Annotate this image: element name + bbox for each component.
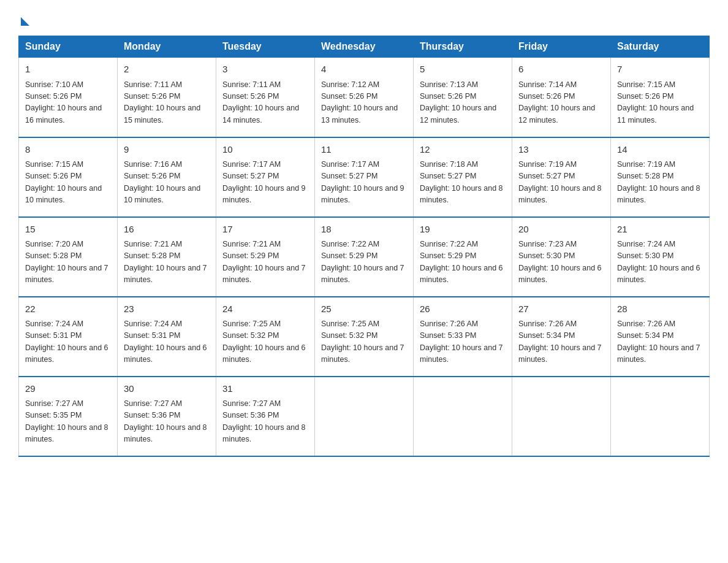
calendar-cell: 20 Sunrise: 7:23 AMSunset: 5:30 PMDaylig… [512,217,611,297]
calendar-cell [512,377,611,456]
week-row-1: 1 Sunrise: 7:10 AMSunset: 5:26 PMDayligh… [19,58,710,137]
day-number: 25 [321,302,407,316]
calendar-cell: 7 Sunrise: 7:15 AMSunset: 5:26 PMDayligh… [611,58,710,137]
day-info: Sunrise: 7:25 AMSunset: 5:32 PMDaylight:… [321,318,407,366]
column-header-sunday: Sunday [19,36,118,58]
calendar-cell: 21 Sunrise: 7:24 AMSunset: 5:30 PMDaylig… [611,217,710,297]
calendar-cell: 26 Sunrise: 7:26 AMSunset: 5:33 PMDaylig… [414,297,512,377]
day-number: 6 [518,63,604,77]
calendar-cell: 22 Sunrise: 7:24 AMSunset: 5:31 PMDaylig… [19,297,118,377]
calendar-cell: 28 Sunrise: 7:26 AMSunset: 5:34 PMDaylig… [611,297,710,377]
day-info: Sunrise: 7:20 AMSunset: 5:28 PMDaylight:… [25,239,111,286]
day-number: 3 [222,63,308,77]
calendar-cell: 23 Sunrise: 7:24 AMSunset: 5:31 PMDaylig… [118,297,216,377]
day-number: 31 [222,382,308,396]
day-info: Sunrise: 7:24 AMSunset: 5:31 PMDaylight:… [25,318,111,366]
logo [18,12,29,23]
column-header-friday: Friday [512,36,611,58]
day-info: Sunrise: 7:11 AMSunset: 5:26 PMDaylight:… [222,79,308,127]
day-number: 26 [420,302,506,316]
day-number: 1 [25,63,111,77]
calendar-cell: 4 Sunrise: 7:12 AMSunset: 5:26 PMDayligh… [315,58,414,137]
day-info: Sunrise: 7:22 AMSunset: 5:29 PMDaylight:… [321,239,407,286]
day-number: 28 [617,302,703,316]
day-number: 16 [124,223,210,237]
day-number: 7 [617,63,703,77]
day-number: 9 [124,143,210,157]
day-number: 20 [518,223,604,237]
day-info: Sunrise: 7:15 AMSunset: 5:26 PMDaylight:… [25,159,111,207]
calendar-cell: 11 Sunrise: 7:17 AMSunset: 5:27 PMDaylig… [315,137,414,217]
calendar-cell: 10 Sunrise: 7:17 AMSunset: 5:27 PMDaylig… [216,137,315,217]
day-info: Sunrise: 7:26 AMSunset: 5:34 PMDaylight:… [518,318,604,366]
day-number: 22 [25,302,111,316]
calendar-cell: 16 Sunrise: 7:21 AMSunset: 5:28 PMDaylig… [118,217,216,297]
calendar-cell: 14 Sunrise: 7:19 AMSunset: 5:28 PMDaylig… [611,137,710,217]
day-info: Sunrise: 7:26 AMSunset: 5:33 PMDaylight:… [420,318,506,366]
day-info: Sunrise: 7:17 AMSunset: 5:27 PMDaylight:… [321,159,407,207]
column-header-saturday: Saturday [611,36,710,58]
calendar-header: SundayMondayTuesdayWednesdayThursdayFrid… [19,36,710,58]
day-number: 21 [617,223,703,237]
day-info: Sunrise: 7:19 AMSunset: 5:28 PMDaylight:… [617,159,703,207]
day-info: Sunrise: 7:11 AMSunset: 5:26 PMDaylight:… [124,79,210,127]
day-number: 2 [124,63,210,77]
calendar-cell: 8 Sunrise: 7:15 AMSunset: 5:26 PMDayligh… [19,137,118,217]
calendar-cell: 29 Sunrise: 7:27 AMSunset: 5:35 PMDaylig… [19,377,118,456]
day-info: Sunrise: 7:26 AMSunset: 5:34 PMDaylight:… [617,318,703,366]
day-number: 5 [420,63,506,77]
day-number: 27 [518,302,604,316]
calendar-cell: 17 Sunrise: 7:21 AMSunset: 5:29 PMDaylig… [216,217,315,297]
day-info: Sunrise: 7:19 AMSunset: 5:27 PMDaylight:… [518,159,604,207]
day-info: Sunrise: 7:13 AMSunset: 5:26 PMDaylight:… [420,79,506,127]
day-number: 12 [420,143,506,157]
day-info: Sunrise: 7:22 AMSunset: 5:29 PMDaylight:… [420,239,506,286]
calendar-cell [414,377,512,456]
day-info: Sunrise: 7:24 AMSunset: 5:30 PMDaylight:… [617,239,703,286]
week-row-4: 22 Sunrise: 7:24 AMSunset: 5:31 PMDaylig… [19,297,710,377]
week-row-5: 29 Sunrise: 7:27 AMSunset: 5:35 PMDaylig… [19,377,710,456]
day-number: 18 [321,223,407,237]
calendar-cell: 5 Sunrise: 7:13 AMSunset: 5:26 PMDayligh… [414,58,512,137]
calendar-cell [611,377,710,456]
day-number: 17 [222,223,308,237]
column-header-monday: Monday [118,36,216,58]
day-info: Sunrise: 7:14 AMSunset: 5:26 PMDaylight:… [518,79,604,127]
day-info: Sunrise: 7:27 AMSunset: 5:36 PMDaylight:… [124,398,210,446]
calendar-cell: 30 Sunrise: 7:27 AMSunset: 5:36 PMDaylig… [118,377,216,456]
day-info: Sunrise: 7:18 AMSunset: 5:27 PMDaylight:… [420,159,506,207]
calendar-cell: 25 Sunrise: 7:25 AMSunset: 5:32 PMDaylig… [315,297,414,377]
calendar-cell: 9 Sunrise: 7:16 AMSunset: 5:26 PMDayligh… [118,137,216,217]
day-info: Sunrise: 7:12 AMSunset: 5:26 PMDaylight:… [321,79,407,127]
calendar-cell: 2 Sunrise: 7:11 AMSunset: 5:26 PMDayligh… [118,58,216,137]
calendar-cell: 31 Sunrise: 7:27 AMSunset: 5:36 PMDaylig… [216,377,315,456]
week-row-2: 8 Sunrise: 7:15 AMSunset: 5:26 PMDayligh… [19,137,710,217]
logo-arrow-icon [21,17,29,26]
day-info: Sunrise: 7:15 AMSunset: 5:26 PMDaylight:… [617,79,703,127]
calendar-cell: 24 Sunrise: 7:25 AMSunset: 5:32 PMDaylig… [216,297,315,377]
column-header-thursday: Thursday [414,36,512,58]
day-number: 15 [25,223,111,237]
day-info: Sunrise: 7:16 AMSunset: 5:26 PMDaylight:… [124,159,210,207]
calendar-cell: 1 Sunrise: 7:10 AMSunset: 5:26 PMDayligh… [19,58,118,137]
day-number: 10 [222,143,308,157]
day-number: 19 [420,223,506,237]
calendar-cell: 13 Sunrise: 7:19 AMSunset: 5:27 PMDaylig… [512,137,611,217]
day-number: 29 [25,382,111,396]
day-info: Sunrise: 7:24 AMSunset: 5:31 PMDaylight:… [124,318,210,366]
day-number: 23 [124,302,210,316]
calendar-cell [315,377,414,456]
calendar-cell: 15 Sunrise: 7:20 AMSunset: 5:28 PMDaylig… [19,217,118,297]
calendar-table: SundayMondayTuesdayWednesdayThursdayFrid… [18,36,710,457]
week-row-3: 15 Sunrise: 7:20 AMSunset: 5:28 PMDaylig… [19,217,710,297]
day-info: Sunrise: 7:21 AMSunset: 5:29 PMDaylight:… [222,239,308,286]
calendar-cell: 12 Sunrise: 7:18 AMSunset: 5:27 PMDaylig… [414,137,512,217]
day-info: Sunrise: 7:27 AMSunset: 5:35 PMDaylight:… [25,398,111,446]
day-info: Sunrise: 7:17 AMSunset: 5:27 PMDaylight:… [222,159,308,207]
day-info: Sunrise: 7:23 AMSunset: 5:30 PMDaylight:… [518,239,604,286]
column-header-wednesday: Wednesday [315,36,414,58]
calendar-cell: 19 Sunrise: 7:22 AMSunset: 5:29 PMDaylig… [414,217,512,297]
day-number: 8 [25,143,111,157]
day-info: Sunrise: 7:10 AMSunset: 5:26 PMDaylight:… [25,79,111,127]
calendar-cell: 18 Sunrise: 7:22 AMSunset: 5:29 PMDaylig… [315,217,414,297]
